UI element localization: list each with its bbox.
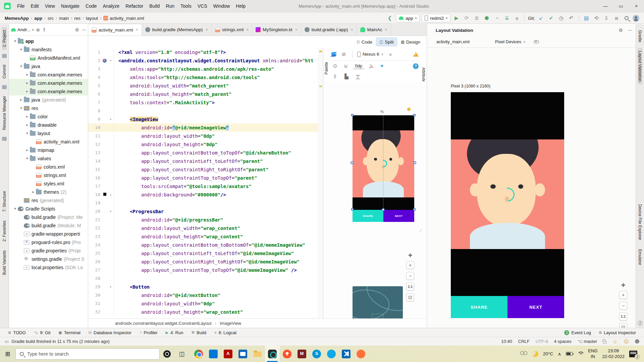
code-line-12[interactable]: 12android:layout_height="0dp" <box>88 140 323 148</box>
breadcrumb-item[interactable]: src <box>48 16 54 21</box>
tree-item-com-example-memes[interactable]: ▸com.example.memes <box>9 87 88 96</box>
tool-stripe-gradle[interactable]: Gradle <box>638 27 642 45</box>
hide-panel-icon[interactable]: ─ <box>628 27 632 33</box>
warning-icon[interactable] <box>413 52 419 57</box>
maroon-app-icon[interactable]: M <box>294 346 309 362</box>
cortana-button[interactable] <box>160 346 174 362</box>
minimize-button[interactable]: — <box>598 0 613 12</box>
tree-chevron-icon[interactable]: ▸ <box>24 148 30 152</box>
wifi-icon[interactable] <box>577 352 583 356</box>
tool-stripe-device-file-explorer[interactable]: Device File Explorer <box>638 201 642 243</box>
tool-stripe-build-variants[interactable]: Build Variants <box>2 248 7 278</box>
selection-handle[interactable] <box>413 208 416 210</box>
tree-chevron-icon[interactable]: ▸ <box>24 89 30 94</box>
code-line-13[interactable]: 13app:layout_constraintBottom_toTopOf="@… <box>88 148 323 157</box>
infer-constraints-icon[interactable]: ✦ <box>378 63 386 69</box>
apply-changes-icon[interactable]: ⟳ <box>463 14 471 22</box>
tree-item-drawable[interactable]: ▸drawable <box>9 121 88 129</box>
breadcrumb-item[interactable]: main <box>59 16 69 21</box>
constraint-anchor[interactable] <box>413 161 416 164</box>
profiler-icon[interactable]: ◔ <box>493 14 501 22</box>
menu-item-view[interactable]: View <box>42 0 58 12</box>
toolwindow-database-inspector[interactable]: ⛁Database Inspector <box>85 328 136 337</box>
code-line-27[interactable]: 27app:layout_constraintTop_toTopOf="@id/… <box>88 266 323 274</box>
code-line-16[interactable]: 16app:layout_constraintTop_toTopOf="pare… <box>88 174 323 182</box>
tree-chevron-icon[interactable]: ▾ <box>24 131 30 135</box>
view-toggle-code[interactable]: ⟨⟩Code <box>354 38 375 46</box>
close-icon[interactable]: × <box>206 27 208 32</box>
menu-item-window[interactable]: Window <box>210 0 233 12</box>
code-line-11[interactable]: 11android:layout_width="0dp" <box>88 132 323 140</box>
code-line-23[interactable]: 23android:layout_height="wrap_content" <box>88 232 323 241</box>
tab-build-gradle-memesapp-[interactable]: build.gradle (MemesApp)× <box>142 24 212 36</box>
commit-icon[interactable]: ✔ <box>547 14 555 22</box>
editor-scrollbar[interactable] <box>318 48 323 318</box>
store-app-icon[interactable] <box>206 346 221 362</box>
guidelines-icon[interactable]: 工 <box>354 73 362 80</box>
tool-stripe-2-favorites[interactable]: 2: Favorites <box>2 218 7 244</box>
code-line-30[interactable]: 30android:id="@+id/nextButton" <box>88 291 323 299</box>
toolwindow-event-log[interactable]: 2Event Log <box>560 328 595 337</box>
device-selector[interactable]: Nexus 6 ∨ <box>357 52 383 57</box>
people-icon[interactable] <box>520 351 528 357</box>
class-gutter-icon[interactable]: C <box>103 59 107 63</box>
tool-stripe-commit[interactable]: Commit <box>2 62 7 81</box>
tool-stripe-resource-manager[interactable]: Resource Manager <box>2 93 7 133</box>
code-line-25[interactable]: 25app:layout_constraintLeft_toLeftOf="@i… <box>88 249 323 257</box>
code-line-22[interactable]: 22android:layout_width="wrap_content" <box>88 224 323 232</box>
temperature[interactable]: 20°C <box>543 351 553 356</box>
code-line-21[interactable]: 21android:id="@+id/progressBar" <box>88 216 323 224</box>
zoom-out-button[interactable]: − <box>619 302 627 310</box>
task-view-button[interactable]: ◫ <box>174 346 189 362</box>
tree-chevron-icon[interactable]: ▾ <box>18 64 24 68</box>
gear-icon[interactable]: ⚙ <box>619 27 623 33</box>
menu-item-file[interactable]: File <box>14 0 28 12</box>
breadcrumb-item[interactable]: layout <box>86 16 98 21</box>
sync-gradle-icon[interactable]: ⟲ <box>592 14 600 22</box>
menu-item-edit[interactable]: Edit <box>28 0 42 12</box>
tree-chevron-icon[interactable]: ▾ <box>12 39 18 43</box>
tree-item-values[interactable]: ▾values <box>9 154 88 163</box>
vscode-icon[interactable] <box>339 346 354 362</box>
selection-handle[interactable] <box>413 114 416 116</box>
tree-item-gradle-wrapper-properti[interactable]: gradle-wrapper.properti <box>9 230 88 238</box>
tree-chevron-icon[interactable]: ▾ <box>18 47 24 52</box>
code-line-10[interactable]: 10android:id="@+id/memeImageView" <box>88 123 323 132</box>
locate-file-icon[interactable]: ⊕ <box>36 27 40 33</box>
tree-item-java[interactable]: ▾java <box>9 62 88 70</box>
device-manager-icon[interactable]: ▤ <box>582 14 590 22</box>
tree-item-strings-xml[interactable]: strings.xml <box>9 171 88 179</box>
code-line-26[interactable]: 26app:layout_constraintRight_toRightOf="… <box>88 257 323 266</box>
autoconnect-magnet-icon[interactable]: ∪ <box>342 63 350 69</box>
tree-chevron-icon[interactable]: ▸ <box>24 81 30 85</box>
breadcrumb-item[interactable]: app <box>34 16 42 21</box>
resize-handle-icon[interactable]: ⟋ <box>419 228 422 234</box>
orange-circle-app-icon[interactable] <box>354 346 368 362</box>
run-config-selector[interactable]: app▾ <box>396 14 420 22</box>
code-line-32[interactable]: 32android:layout_height="wrap_content" <box>88 308 323 316</box>
android-studio-icon[interactable] <box>265 346 280 362</box>
selection-handle[interactable] <box>351 208 354 210</box>
tool-stripe-layout-validation[interactable]: Layout Validation <box>638 48 642 84</box>
validation-file-tab[interactable]: activity_main.xml <box>436 39 470 44</box>
code-line-28[interactable]: 28 <box>88 274 323 283</box>
attach-debugger-icon[interactable]: ⇊ <box>503 14 511 22</box>
toolwindow-6-logcat[interactable]: ≡6: Logcat <box>210 328 240 337</box>
color-swatch-icon[interactable] <box>103 193 106 196</box>
align-icon[interactable]: ▙ <box>343 73 350 79</box>
tree-item-styles-xml[interactable]: styles.xml <box>9 179 88 188</box>
brave-icon[interactable] <box>280 346 294 362</box>
tree-item-res[interactable]: res(generated) <box>9 196 88 204</box>
tree-item-themes[interactable]: ▸themes(2) <box>9 188 88 196</box>
tool-stripe-1-project[interactable]: 1: Project <box>2 27 7 50</box>
code-line-20[interactable]: 20▾<ProgressBar <box>88 207 323 216</box>
close-icon[interactable]: × <box>136 27 138 32</box>
menu-item-run[interactable]: Run <box>163 0 177 12</box>
gear-icon[interactable]: ⚙ <box>75 27 79 33</box>
blue-circle-app-icon[interactable] <box>324 346 339 362</box>
git-branch[interactable]: ⌥ master <box>578 339 597 344</box>
pack-icon[interactable]: ⇳ <box>331 73 339 79</box>
zoom-1to1-button[interactable]: 1:1 <box>406 283 414 291</box>
tree-item-proguard-rules-pro[interactable]: proguard-rules.pro(Pro <box>9 238 88 246</box>
clock[interactable]: 23:0922-02-2022 <box>602 348 625 359</box>
